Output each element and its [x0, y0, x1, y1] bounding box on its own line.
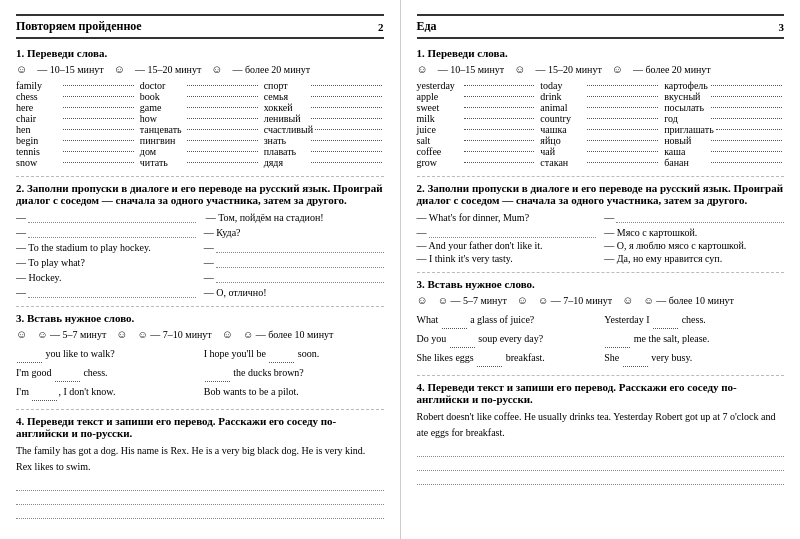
ex3-grid: you like to walk? I hope you'll be soon.… [16, 345, 384, 401]
right-header: Еда 3 [417, 14, 785, 39]
dialog-line: — Мясо с картошкой. [604, 225, 784, 238]
dialog-line: — To the stadium to play hockey. [16, 240, 196, 253]
list-item: спорт [264, 80, 384, 91]
list-item: juice [417, 124, 537, 135]
list-item: She likes eggs breakfast. [417, 349, 597, 367]
list-item: Bob wants to be a pilot. [204, 383, 384, 401]
dialog-line: — And your father don't like it. [417, 240, 597, 251]
left-s1-time2: — 15–20 минут [135, 64, 201, 75]
left-section3: 3. Вставь нужное слово. ☺ ☺ — 5–7 минут … [16, 312, 384, 401]
list-item: family [16, 80, 136, 91]
left-section1: 1. Переведи слова. ☺ — 10–15 минут ☺ — 1… [16, 47, 384, 168]
dialog-line: — Hockey. [16, 270, 196, 283]
list-item: book [140, 91, 260, 102]
list-item: дядя [264, 157, 384, 168]
right-s3-time3: ☺ — более 10 минут [643, 295, 733, 306]
list-item: Do you soup every day? [417, 330, 597, 348]
right-s1-times: ☺ — 10–15 минут ☺ — 15–20 минут ☺ — боле… [417, 63, 785, 75]
smiley3: ☺ [211, 63, 222, 75]
vocab-col3: картофель вкусный посылать год приглашат… [664, 80, 784, 168]
right-s3-time2: ☺ — 7–10 минут [538, 295, 612, 306]
list-item [16, 492, 384, 505]
list-item: the ducks brown? [204, 364, 384, 382]
right-s2-title: 2. Заполни пропуски в диалоге и его пере… [417, 182, 785, 206]
dialog-line: — О, я люблю мясо с картошкой. [604, 240, 784, 251]
vocab-col3: спорт семья хоккей ленивый счастливый зн… [264, 80, 384, 168]
list-item: salt [417, 135, 537, 146]
list-item: танцевать [140, 124, 260, 135]
vocab-col2: today drink animal country чашка яйцо ча… [540, 80, 660, 168]
left-s1-time3: — более 20 минут [233, 64, 311, 75]
list-item: приглашать [664, 124, 784, 135]
list-item: чашка [540, 124, 660, 135]
dialog-line: — О, отлично! [204, 285, 384, 298]
book-spread: Повторяем пройденное 2 1. Переведи слова… [0, 0, 800, 539]
list-item [16, 478, 384, 491]
dialog-grid: — — Том, пойдём на стадион! — — Куда? — … [16, 210, 384, 298]
list-item: yesterday [417, 80, 537, 91]
list-item: новый [664, 135, 784, 146]
list-item: Yesterday I chess. [604, 311, 784, 329]
list-item: hen [16, 124, 136, 135]
list-item: I hope you'll be soon. [204, 345, 384, 363]
list-item: хоккей [264, 102, 384, 113]
right-dialog-grid: — What's for dinner, Mum? — — — Мясо с к… [417, 210, 785, 264]
right-s4-lines [417, 444, 785, 485]
list-item: вкусный [664, 91, 784, 102]
list-item: чай [540, 146, 660, 157]
right-s3-title: 3. Вставь нужное слово. [417, 278, 785, 290]
list-item: I'm good chess. [16, 364, 196, 382]
list-item: snow [16, 157, 136, 168]
dialog-line: — [417, 225, 597, 238]
left-dialog: — — Том, пойдём на стадион! — — Куда? — … [16, 210, 384, 298]
left-vocab-grid: family chess here chair hen begin tennis… [16, 80, 384, 168]
right-divider2 [417, 272, 785, 273]
list-item: game [140, 102, 260, 113]
list-item: пингвин [140, 135, 260, 146]
list-item: apple [417, 91, 537, 102]
left-s3-time2: ☺ — 7–10 минут [138, 329, 212, 340]
list-item: каша [664, 146, 784, 157]
list-item [417, 444, 785, 457]
left-s3-title: 3. Вставь нужное слово. [16, 312, 384, 324]
left-header: Повторяем пройденное 2 [16, 14, 384, 39]
list-item: begin [16, 135, 136, 146]
list-item: how [140, 113, 260, 124]
dialog-line: — [204, 240, 384, 253]
left-s1-times: ☺ — 10–15 минут ☺ — 15–20 минут ☺ — боле… [16, 63, 384, 75]
left-s4-lines [16, 478, 384, 519]
vocab-col1: family chess here chair hen begin tennis… [16, 80, 136, 168]
page-right: Еда 3 1. Переведи слова. ☺ — 10–15 минут… [401, 0, 801, 539]
right-s3-time1: ☺ — 5–7 минут [438, 295, 507, 306]
list-item: today [540, 80, 660, 91]
right-section2: 2. Заполни пропуски в диалоге и его пере… [417, 182, 785, 264]
dialog-line: — [16, 210, 196, 223]
list-item: стакан [540, 157, 660, 168]
dialog-line: — To play what? [16, 255, 196, 268]
list-item: grow [417, 157, 537, 168]
list-item: chair [16, 113, 136, 124]
right-section4: 4. Переведи текст и запиши его перевод. … [417, 381, 785, 485]
list-item: дом [140, 146, 260, 157]
list-item [417, 472, 785, 485]
left-s3-time1: ☺ — 5–7 минут [37, 329, 106, 340]
list-item: doctor [140, 80, 260, 91]
right-section3: 3. Вставь нужное слово. ☺ ☺ — 5–7 минут … [417, 278, 785, 367]
left-s3-times: ☺ ☺ — 5–7 минут ☺ ☺ — 7–10 минут ☺ ☺ — б… [16, 328, 384, 340]
right-divider1 [417, 176, 785, 177]
list-item: картофель [664, 80, 784, 91]
dialog-line: — Том, пойдём на стадион! [204, 210, 384, 223]
left-section4: 4. Переведи текст и запиши его перевод. … [16, 415, 384, 519]
right-s1-title: 1. Переведи слова. [417, 47, 785, 59]
right-s3-times: ☺ ☺ — 5–7 минут ☺ ☺ — 7–10 минут ☺ ☺ — б… [417, 294, 785, 306]
vocab-col2: doctor book game how танцевать пингвин д… [140, 80, 260, 168]
list-item: drink [540, 91, 660, 102]
list-item: tennis [16, 146, 136, 157]
list-item: animal [540, 102, 660, 113]
list-item [16, 506, 384, 519]
list-item: ленивый [264, 113, 384, 124]
list-item: яйцо [540, 135, 660, 146]
right-s1-time1: — 10–15 минут [438, 64, 504, 75]
right-title: Еда [417, 19, 437, 34]
list-item: me the salt, please. [604, 330, 784, 348]
